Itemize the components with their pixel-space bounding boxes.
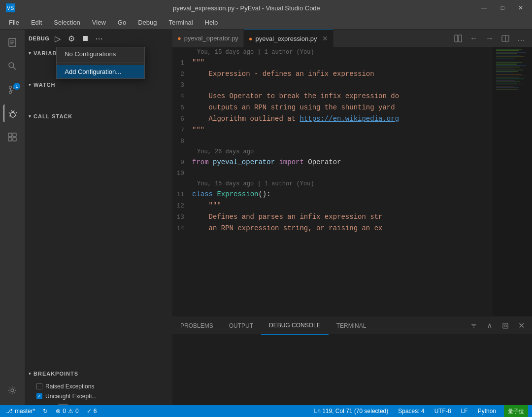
sidebar: DEBUG ▷ ⚙ No Configurations Add Configur… (25, 30, 172, 405)
menu-debug[interactable]: Debug (133, 17, 162, 28)
window-title: pyeval_expression.py - PyEval - Visual S… (173, 4, 320, 12)
sidebar-scroll-thumb (58, 404, 68, 405)
minimap-content (493, 47, 532, 316)
tab-debug-console[interactable]: DEBUG CONSOLE (261, 317, 329, 335)
position-label: Ln 119, Col 71 (70 selected) (314, 408, 388, 415)
svg-point-6 (9, 86, 12, 89)
code-line-4: 4 Uses Operator to break the infix expre… (172, 91, 493, 102)
debug-gear-button[interactable]: ⚙ (66, 33, 77, 44)
maximize-button[interactable]: □ (498, 3, 507, 12)
panel-content[interactable] (172, 335, 532, 405)
errors-indicator[interactable]: ⊗ 0 ⚠ 0 (54, 405, 80, 417)
tab-label-operator: pyeval_operator.py (184, 35, 238, 42)
source-control-badge: 1 (13, 83, 20, 90)
panel-close-button[interactable]: ✕ (514, 319, 528, 333)
tab-problems[interactable]: PROBLEMS (172, 317, 221, 335)
git-branch[interactable]: ⎇ master* (4, 405, 37, 417)
watch-label: WATCH (33, 82, 56, 88)
more-actions-button[interactable]: … (514, 32, 528, 45)
debug-more-button[interactable]: ⋯ (94, 33, 104, 44)
status-right: Ln 119, Col 71 (70 selected) Spaces: 4 U… (312, 405, 528, 417)
encoding[interactable]: UTF-8 (432, 405, 453, 417)
code-line-8: 8 (172, 136, 493, 147)
panel-filter-button[interactable] (467, 319, 481, 333)
split-right-button[interactable] (499, 32, 512, 45)
tab-pyeval-expression[interactable]: ● pyeval_expression.py ✕ (244, 30, 333, 47)
title-bar: VS pyeval_expression.py - PyEval - Visua… (0, 0, 532, 16)
panel-tab-actions: ∧ ✕ (467, 319, 532, 333)
breakpoint-raised-exceptions[interactable]: Raised Exceptions (25, 382, 172, 391)
breakpoints-arrow: ▾ (29, 371, 32, 376)
tab-output[interactable]: OUTPUT (221, 317, 261, 335)
split-editor-button[interactable] (451, 32, 465, 45)
checks-indicator[interactable]: ✓ 6 (85, 405, 99, 417)
sync-icon: ↻ (43, 408, 48, 415)
watch-section: ▾ WATCH (25, 79, 172, 110)
svg-rect-17 (8, 138, 12, 141)
breakpoints-header[interactable]: ▾ BREAKPOINTS (25, 368, 172, 380)
title-bar-left: VS (6, 3, 15, 12)
indentation[interactable]: Spaces: 4 (396, 405, 426, 417)
navigate-back-button[interactable]: ← (467, 32, 481, 45)
call-stack-arrow: ▾ (29, 114, 32, 119)
code-content: You, 15 days ago | 1 author (You) 1 """ … (172, 47, 493, 316)
call-stack-section: ▾ CALL STACK (25, 110, 172, 368)
navigate-forward-button[interactable]: → (483, 32, 497, 45)
tab-label-expression: pyeval_expression.py (256, 35, 317, 42)
panel-collapse-button[interactable]: ∧ (483, 319, 497, 333)
config-dropdown-wrapper: ⚙ No Configurations Add Configuration... (66, 33, 77, 44)
minimize-button[interactable]: — (478, 3, 490, 12)
code-line-6: 6 Algorithm outlined at https://en.wikip… (172, 113, 493, 125)
menu-edit[interactable]: Edit (26, 17, 47, 28)
debug-play-button[interactable]: ▷ (52, 33, 63, 44)
bottom-panel: PROBLEMS OUTPUT DEBUG CONSOLE TERMINAL ∧ (172, 316, 532, 405)
watch-header[interactable]: ▾ WATCH (25, 79, 172, 91)
activity-explorer[interactable] (3, 34, 21, 51)
menu-file[interactable]: File (4, 17, 24, 28)
warning-icon: ⚠ (68, 408, 73, 415)
code-line-12: 12 """ (172, 200, 493, 211)
activity-settings[interactable] (3, 383, 21, 401)
no-configurations-option[interactable]: No Configurations (57, 47, 144, 61)
error-count: 0 (63, 408, 66, 415)
tab-close-expression[interactable]: ✕ (322, 35, 328, 42)
close-button[interactable]: ✕ (515, 3, 526, 12)
error-icon: ⊗ (56, 408, 61, 415)
call-stack-header[interactable]: ▾ CALL STACK (25, 110, 172, 122)
watch-content (25, 91, 172, 110)
panel-maximize-button[interactable] (499, 319, 512, 333)
tab-icon-operator: ● (177, 35, 181, 42)
menu-selection[interactable]: Selection (49, 17, 85, 28)
sync-button[interactable]: ↻ (41, 405, 50, 417)
uncaught-exceptions-checkbox[interactable]: ✓ (36, 393, 42, 399)
activity-source-control[interactable]: 1 (3, 81, 21, 99)
activity-debug[interactable] (3, 104, 21, 122)
tab-terminal[interactable]: TERMINAL (329, 317, 374, 335)
svg-line-13 (9, 115, 10, 116)
sidebar-scrollbar[interactable] (25, 403, 172, 405)
editor-area: ● pyeval_operator.py ● pyeval_expression… (172, 30, 532, 405)
git-info-3: You, 15 days ago | 1 author (You) (172, 179, 493, 189)
minimap (493, 47, 532, 316)
add-configuration-option[interactable]: Add Configuration... (57, 65, 144, 78)
svg-rect-15 (8, 133, 12, 137)
menu-go[interactable]: Go (113, 17, 131, 28)
breakpoint-uncaught-exceptions[interactable]: ✓ Uncaught Excepti... (25, 391, 172, 401)
activity-search[interactable] (3, 57, 21, 75)
menu-terminal[interactable]: Terminal (164, 17, 198, 28)
debug-stop-button[interactable]: ⏹ (80, 33, 91, 44)
code-line-2: 2 Expression - defines an infix expressi… (172, 69, 493, 80)
language-mode[interactable]: Python (476, 405, 498, 417)
menu-view[interactable]: View (87, 17, 111, 28)
cursor-position[interactable]: Ln 119, Col 71 (70 selected) (312, 405, 390, 417)
code-editor[interactable]: You, 15 days ago | 1 author (You) 1 """ … (172, 47, 493, 316)
raised-exceptions-checkbox[interactable] (36, 383, 42, 389)
tab-icon-expression: ● (249, 35, 253, 42)
activity-extensions[interactable] (3, 128, 21, 146)
menu-help[interactable]: Help (200, 17, 223, 28)
svg-line-12 (16, 112, 17, 113)
line-ending[interactable]: LF (459, 405, 470, 417)
git-info-1: You, 15 days ago | 1 author (You) (172, 47, 493, 57)
tab-pyeval-operator[interactable]: ● pyeval_operator.py (172, 30, 244, 47)
debug-label: DEBUG (29, 35, 49, 41)
